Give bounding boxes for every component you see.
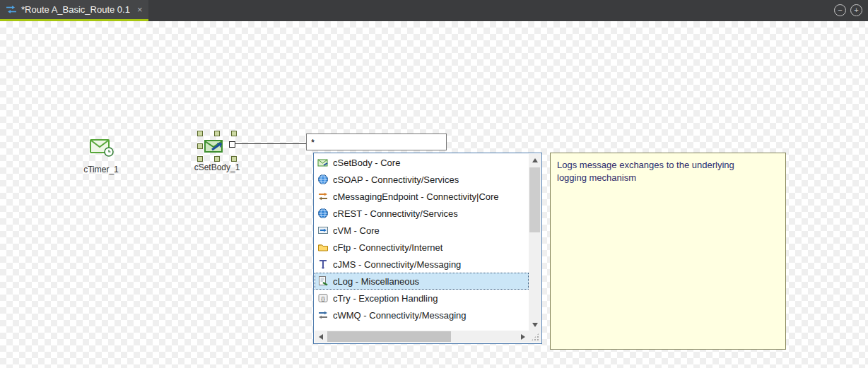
connection-wire	[235, 143, 306, 144]
selection-handle[interactable]	[231, 156, 237, 162]
selection-handle[interactable]	[197, 131, 203, 136]
selection-handle[interactable]	[214, 156, 220, 162]
scroll-right-icon	[521, 334, 525, 340]
folder-icon	[317, 242, 329, 253]
resize-grip[interactable]	[529, 331, 541, 343]
list-item-cwmq[interactable]: cWMQ - Connectivity/Messaging	[315, 307, 529, 324]
list-item-crest[interactable]: cREST - Connectivity/Services	[315, 205, 529, 222]
component-search-input[interactable]	[306, 133, 447, 150]
editor-tab-bar: *Route A_Basic_Route 0.1 × − +	[0, 0, 868, 21]
try-braces-icon: {}	[317, 292, 329, 304]
vertical-scrollbar[interactable]	[529, 154, 541, 331]
scroll-up-button[interactable]	[529, 154, 541, 166]
route-canvas[interactable]: cTimer_1 cSetBody_1	[0, 21, 868, 368]
globe-icon	[317, 208, 329, 219]
vertical-scroll-thumb[interactable]	[529, 167, 540, 232]
list-item-ctry[interactable]: {} cTry - Exception Handling	[315, 290, 529, 307]
tab-title: *Route A_Basic_Route 0.1	[21, 4, 130, 15]
route-tab[interactable]: *Route A_Basic_Route 0.1 ×	[0, 0, 148, 21]
horizontal-scroll-thumb[interactable]	[327, 331, 451, 342]
globe-icon	[317, 174, 329, 185]
route-arrows-icon	[6, 5, 17, 14]
horizontal-scrollbar[interactable]	[315, 331, 529, 343]
component-help-tooltip: Logs message exchanges to the underlying…	[550, 153, 786, 350]
list-item-cjms[interactable]: cJMS - Connectivity/Messaging	[315, 256, 529, 273]
selection-handle[interactable]	[197, 156, 203, 162]
endpoint-arrows-icon	[317, 191, 329, 202]
suggestion-rows: cSetBody - Core cSOAP - Connectivity/Ser…	[315, 154, 529, 331]
component-ctimer[interactable]	[89, 138, 115, 158]
maximize-view-button[interactable]: +	[850, 4, 862, 16]
log-document-icon	[317, 275, 329, 287]
list-item-cvm[interactable]: cVM - Core	[315, 222, 529, 239]
minimize-view-button[interactable]: −	[834, 4, 846, 16]
tooltip-text: Logs message exchanges to the underlying…	[557, 159, 763, 184]
selection-handle[interactable]	[197, 143, 203, 149]
scroll-down-button[interactable]	[529, 319, 541, 331]
route-designer-window: *Route A_Basic_Route 0.1 × − + cTimer_1	[0, 0, 868, 368]
jms-antenna-icon	[317, 259, 329, 270]
view-controls: − +	[834, 4, 862, 16]
vm-box-icon	[317, 225, 329, 236]
resize-grip-icon	[531, 333, 539, 341]
component-suggestion-list: cSetBody - Core cSOAP - Connectivity/Ser…	[313, 153, 542, 344]
component-label-csetbody: cSetBody_1	[189, 162, 245, 172]
component-label-ctimer: cTimer_1	[73, 165, 129, 174]
setbody-envelope-icon	[317, 157, 329, 168]
svg-text:{}: {}	[321, 295, 325, 302]
selection-handle[interactable]	[231, 131, 237, 136]
timer-envelope-icon	[89, 148, 115, 160]
selection-handle[interactable]	[214, 131, 220, 136]
scroll-down-icon	[532, 323, 538, 327]
list-item-clog[interactable]: cLog - Miscellaneous	[315, 273, 529, 290]
scroll-right-button[interactable]	[517, 331, 529, 343]
list-item-cftp[interactable]: cFtp - Connectivity/Internet	[315, 239, 529, 256]
scroll-left-button[interactable]	[315, 331, 327, 343]
list-item-csoap[interactable]: cSOAP - Connectivity/Services	[315, 171, 529, 188]
wmq-arrows-icon	[317, 309, 329, 321]
scroll-up-icon	[532, 158, 538, 162]
list-item-csetbody[interactable]: cSetBody - Core	[315, 154, 529, 171]
tab-close-icon[interactable]: ×	[137, 4, 143, 15]
scroll-left-icon	[319, 334, 323, 340]
connection-port[interactable]	[229, 141, 235, 148]
list-item-cmessagingendpoint[interactable]: cMessagingEndpoint - Connectivity|Core	[315, 188, 529, 205]
